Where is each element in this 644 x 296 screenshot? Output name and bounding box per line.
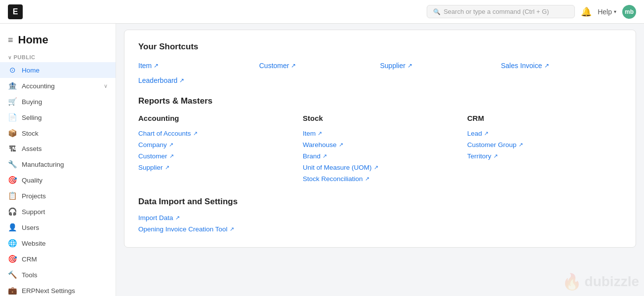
report-col-title-accounting: Accounting (138, 114, 293, 122)
report-link-label-chart-of-accounts: Chart of Accounts (138, 130, 191, 137)
sidebar-item-quality[interactable]: 🎯 Quality (0, 172, 116, 188)
shortcuts-section: Your Shortcuts Item ↗ Customer ↗ Supplie… (138, 42, 622, 86)
report-link-arrow: ↗ (484, 130, 488, 137)
sidebar-section-label: ∨ PUBLIC (0, 50, 116, 62)
crm-icon: 🎯 (8, 255, 17, 263)
sidebar-item-website[interactable]: 🌐 Website (0, 235, 116, 251)
main-layout: ≡ Home ∨ PUBLIC ⊙ Home 🏦 Accounting ∨ 🛒 … (0, 24, 644, 296)
report-link-label-supplier: Supplier (138, 164, 163, 171)
app-logo[interactable]: E (8, 4, 23, 19)
report-link-label-territory: Territory (467, 152, 491, 160)
report-link-arrow: ↗ (493, 153, 498, 159)
assets-icon: 🏗 (8, 145, 17, 153)
help-button[interactable]: Help ▾ (598, 8, 616, 16)
sidebar-item-selling[interactable]: 📄 Selling (0, 110, 116, 125)
navbar: E 🔍 Search or type a command (Ctrl + G) … (0, 0, 644, 24)
bell-icon[interactable]: 🔔 (581, 6, 592, 17)
report-col-title-stock: Stock (303, 114, 457, 122)
shortcut-item-supplier[interactable]: Supplier ↗ (380, 60, 501, 72)
data-import-section: Data Import and Settings Import Data ↗ O… (138, 197, 622, 234)
report-link-arrow-import-data: ↗ (175, 215, 180, 221)
report-link-arrow: ↗ (318, 130, 322, 137)
sidebar-item-projects[interactable]: 📋 Projects (0, 188, 116, 204)
report-link-territory[interactable]: Territory ↗ (467, 151, 622, 161)
home-icon: ⊙ (8, 66, 17, 74)
erpnext-settings-icon: 💼 (8, 286, 17, 295)
report-link-supplier[interactable]: Supplier ↗ (138, 162, 293, 173)
sidebar-label-projects: Projects (22, 192, 46, 200)
page-title: Home (18, 34, 48, 46)
support-icon: 🎧 (8, 207, 17, 216)
sidebar-item-support[interactable]: 🎧 Support (0, 204, 116, 220)
report-link-brand[interactable]: Brand ↗ (303, 151, 457, 161)
reports-title: Reports & Masters (138, 96, 622, 106)
sidebar-label-accounting: Accounting (22, 82, 55, 90)
report-link-customer-group[interactable]: Customer Group ↗ (467, 140, 622, 150)
sidebar-label-buying: Buying (22, 98, 42, 106)
shortcut-label-supplier: Supplier (380, 62, 405, 70)
sidebar-item-tools[interactable]: 🔨 Tools (0, 267, 116, 283)
shortcut-label-sales-invoice: Sales Invoice (501, 62, 542, 70)
hamburger-icon[interactable]: ≡ (8, 35, 13, 45)
sidebar-label-support: Support (22, 208, 45, 216)
report-link-label-company: Company (138, 141, 167, 148)
sidebar-item-manufacturing[interactable]: 🔧 Manufacturing (0, 156, 116, 172)
report-link-chart-of-accounts[interactable]: Chart of Accounts ↗ (138, 128, 293, 139)
sidebar-label-home: Home (22, 67, 40, 74)
page-header: ≡ Home (0, 28, 116, 50)
shortcut-item-leaderboard[interactable]: Leaderboard ↗ (138, 74, 259, 86)
report-link-label-opening-invoice: Opening Invoice Creation Tool (138, 225, 228, 233)
sidebar-item-accounting[interactable]: 🏦 Accounting ∨ (0, 78, 116, 94)
report-link-customer[interactable]: Customer ↗ (138, 151, 293, 161)
report-link-arrow: ↗ (519, 142, 523, 148)
report-link-item[interactable]: Item ↗ (303, 128, 457, 139)
report-link-label-customer-group: Customer Group (467, 141, 517, 148)
sidebar-item-erpnext-settings[interactable]: 💼 ERPNext Settings (0, 283, 116, 296)
selling-icon: 📄 (8, 113, 17, 122)
sidebar-item-stock[interactable]: 📦 Stock (0, 125, 116, 141)
shortcut-arrow-customer: ↗ (291, 62, 296, 69)
sidebar-item-users[interactable]: 👤 Users (0, 220, 116, 235)
report-link-import-data[interactable]: Import Data ↗ (138, 213, 622, 223)
report-link-stock-reconciliation[interactable]: Stock Reconciliation ↗ (303, 174, 457, 184)
sidebar-item-home[interactable]: ⊙ Home (0, 62, 116, 78)
shortcut-item-sales-invoice[interactable]: Sales Invoice ↗ (501, 60, 622, 72)
sidebar-label-erpnext-settings: ERPNext Settings (22, 287, 75, 295)
sidebar-label-users: Users (22, 224, 39, 231)
website-icon: 🌐 (8, 239, 17, 248)
search-bar[interactable]: 🔍 Search or type a command (Ctrl + G) (427, 5, 575, 18)
shortcut-arrow-supplier: ↗ (407, 62, 412, 69)
avatar[interactable]: mb (622, 5, 636, 19)
content-inner: Your Shortcuts Item ↗ Customer ↗ Supplie… (124, 30, 636, 248)
content-area: Your Shortcuts Item ↗ Customer ↗ Supplie… (116, 24, 644, 296)
report-link-arrow: ↗ (322, 153, 327, 159)
chevron-icon: ∨ (104, 83, 108, 89)
report-column-accounting: Accounting Chart of Accounts ↗ Company ↗… (138, 114, 293, 185)
report-link-lead[interactable]: Lead ↗ (467, 128, 622, 139)
search-icon: 🔍 (433, 8, 441, 15)
report-link-label-customer: Customer (138, 152, 167, 160)
report-link-label-brand: Brand (303, 152, 321, 160)
search-placeholder-text: Search or type a command (Ctrl + G) (443, 8, 549, 15)
report-link-company[interactable]: Company ↗ (138, 140, 293, 150)
report-link-uom[interactable]: Unit of Measure (UOM) ↗ (303, 162, 457, 173)
users-icon: 👤 (8, 223, 17, 232)
shortcut-label-leaderboard: Leaderboard (138, 76, 177, 84)
sidebar-item-assets[interactable]: 🏗 Assets (0, 141, 116, 156)
shortcut-arrow-item: ↗ (154, 62, 159, 69)
report-link-opening-invoice[interactable]: Opening Invoice Creation Tool ↗ (138, 224, 622, 234)
sidebar-label-website: Website (22, 240, 46, 247)
report-link-warehouse[interactable]: Warehouse ↗ (303, 140, 457, 150)
shortcut-item-customer[interactable]: Customer ↗ (259, 60, 380, 72)
report-link-arrow: ↗ (165, 164, 169, 171)
report-link-label-warehouse: Warehouse (303, 141, 337, 148)
shortcut-item-item[interactable]: Item ↗ (138, 60, 259, 72)
reports-section: Reports & Masters Accounting Chart of Ac… (138, 96, 622, 185)
sidebar-item-crm[interactable]: 🎯 CRM (0, 251, 116, 267)
report-link-arrow: ↗ (169, 142, 173, 148)
report-link-arrow: ↗ (169, 153, 174, 159)
sidebar-label-manufacturing: Manufacturing (22, 161, 64, 168)
report-link-arrow: ↗ (374, 164, 378, 171)
sidebar-item-buying[interactable]: 🛒 Buying (0, 94, 116, 110)
shortcuts-title: Your Shortcuts (138, 42, 622, 52)
